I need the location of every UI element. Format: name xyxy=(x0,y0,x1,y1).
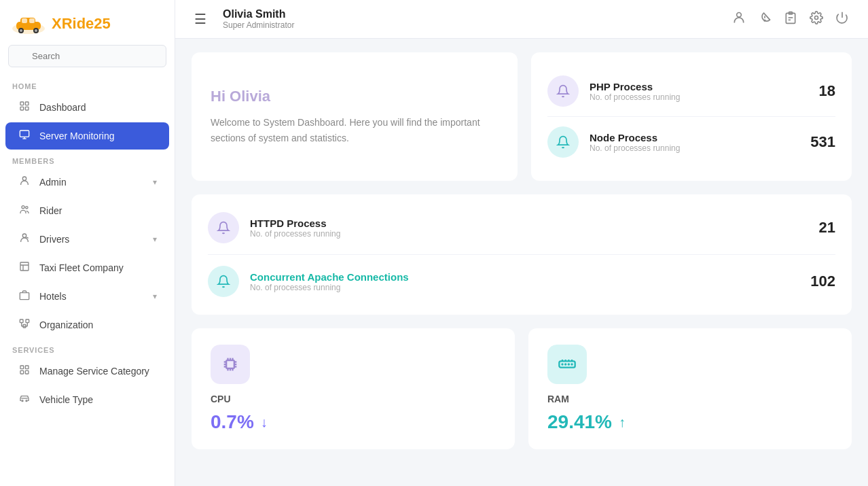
sidebar-item-rider[interactable]: Rider xyxy=(5,197,169,224)
ram-arrow-icon: ↑ xyxy=(619,415,626,430)
sidebar-item-label: Admin xyxy=(39,177,145,188)
org-icon xyxy=(18,318,31,332)
grid4-icon xyxy=(18,364,31,378)
search-container xyxy=(0,45,175,75)
sidebar-item-taxi-fleet[interactable]: Taxi Fleet Company xyxy=(5,254,169,281)
php-bell-icon xyxy=(547,75,579,107)
svg-rect-33 xyxy=(25,370,29,374)
svg-rect-45 xyxy=(226,360,234,368)
welcome-title: Hi Olivia xyxy=(211,88,499,105)
chip-icon xyxy=(221,355,240,374)
user-profile-icon[interactable] xyxy=(732,11,746,28)
sidebar-item-label: Taxi Fleet Company xyxy=(39,262,157,273)
chevron-down-icon: ▾ xyxy=(153,235,157,244)
sidebar-item-label: Drivers xyxy=(39,234,145,245)
svg-rect-23 xyxy=(20,293,29,300)
php-process-sub: No. of processes running xyxy=(590,92,808,102)
hamburger-icon[interactable]: ☰ xyxy=(194,11,206,27)
sidebar-item-dashboard[interactable]: Dashboard xyxy=(5,94,169,121)
cpu-icon-wrap xyxy=(211,345,250,384)
chevron-down-icon: ▾ xyxy=(153,292,157,301)
cpu-value: 0.7% xyxy=(211,411,254,433)
svg-rect-13 xyxy=(20,107,24,110)
sidebar-item-manage-service[interactable]: Manage Service Category xyxy=(5,358,169,385)
svg-point-19 xyxy=(22,206,24,209)
bottom-row: CPU 0.7% ↓ RAM 29.41% ↑ xyxy=(192,328,852,449)
apache-process-sub: No. of processes running xyxy=(250,283,799,292)
welcome-card: Hi Olivia Welcome to System Dashboard. H… xyxy=(192,52,518,181)
sidebar-item-label: Server Monitoring xyxy=(39,131,157,141)
car-icon xyxy=(18,393,31,406)
main-area: ☰ Olivia Smith Super Administrator xyxy=(175,0,868,486)
section-label-members: MEMBERS xyxy=(0,150,175,168)
group-icon xyxy=(18,204,31,218)
sidebar-item-hotels[interactable]: Hotels ▾ xyxy=(5,283,169,310)
httpd-process-row: HTTPD Process No. of processes running 2… xyxy=(208,201,835,255)
ram-label: RAM xyxy=(547,394,833,404)
section-label-services: SERVICES xyxy=(0,339,175,357)
apache-bell-icon xyxy=(208,266,239,297)
svg-point-36 xyxy=(737,12,742,17)
apache-process-row: Concurrent Apache Connections No. of pro… xyxy=(208,255,835,308)
php-process-info: PHP Process No. of processes running xyxy=(590,81,808,102)
svg-rect-24 xyxy=(20,319,23,323)
sidebar-item-drivers[interactable]: Drivers ▾ xyxy=(5,226,169,253)
svg-rect-30 xyxy=(20,366,24,369)
svg-rect-26 xyxy=(26,319,29,323)
monitor-icon xyxy=(18,129,31,143)
header: ☰ Olivia Smith Super Administrator xyxy=(175,0,868,39)
power-icon[interactable] xyxy=(835,11,849,28)
welcome-text: Welcome to System Dashboard. Here you wi… xyxy=(211,115,499,145)
cpu-metric-row: 0.7% ↓ xyxy=(211,411,496,433)
process-card: PHP Process No. of processes running 18 … xyxy=(531,52,852,181)
svg-point-43 xyxy=(815,16,818,19)
svg-point-35 xyxy=(26,400,27,402)
settings-icon[interactable] xyxy=(810,11,823,28)
user-name: Olivia Smith xyxy=(223,8,721,20)
node-process-sub: No. of processes running xyxy=(590,143,799,153)
sidebar-item-label: Dashboard xyxy=(39,102,157,113)
php-process-count: 18 xyxy=(819,82,835,100)
search-input[interactable] xyxy=(8,45,166,67)
top-row: Hi Olivia Welcome to System Dashboard. H… xyxy=(192,52,852,181)
php-process-name: PHP Process xyxy=(590,81,808,92)
section-label-home: HOME xyxy=(0,75,175,93)
cpu-label: CPU xyxy=(211,394,496,404)
ram-icon-wrap xyxy=(547,345,587,384)
svg-point-6 xyxy=(20,29,22,32)
drivers-icon xyxy=(18,232,31,246)
svg-rect-3 xyxy=(22,18,27,23)
sidebar-item-vehicle-type[interactable]: Vehicle Type xyxy=(5,386,169,413)
svg-rect-14 xyxy=(25,107,29,110)
process-item-node: Node Process No. of processes running 53… xyxy=(547,117,835,167)
clipboard-icon[interactable] xyxy=(784,11,797,28)
sidebar-item-organization[interactable]: Organization xyxy=(5,311,169,339)
process-item-php: PHP Process No. of processes running 18 xyxy=(547,66,835,117)
ram-value: 29.41% xyxy=(547,411,612,433)
httpd-process-count: 21 xyxy=(819,219,835,237)
sidebar-item-label: Vehicle Type xyxy=(39,394,157,405)
svg-point-34 xyxy=(22,400,23,402)
sidebar-item-label: Hotels xyxy=(39,291,145,302)
alert-icon[interactable] xyxy=(758,11,772,28)
cpu-card: CPU 0.7% ↓ xyxy=(192,328,515,449)
sidebar-item-label: Organization xyxy=(39,319,157,330)
svg-point-8 xyxy=(35,29,37,32)
sidebar-item-admin[interactable]: Admin ▾ xyxy=(5,169,169,196)
ram-metric-row: 29.41% ↑ xyxy=(547,411,833,433)
hotel-icon xyxy=(18,290,31,303)
svg-point-18 xyxy=(22,177,26,180)
httpd-process-sub: No. of processes running xyxy=(250,229,808,239)
grid-icon xyxy=(18,101,31,114)
node-process-count: 531 xyxy=(810,133,835,151)
sidebar: XRide25 HOME Dashboard Server Monitoring… xyxy=(0,0,175,486)
svg-point-21 xyxy=(22,234,26,237)
sidebar-item-label: Manage Service Category xyxy=(39,366,157,377)
header-icons xyxy=(732,11,849,28)
chevron-down-icon: ▾ xyxy=(153,177,157,187)
logo: XRide25 xyxy=(0,0,175,45)
sidebar-item-server-monitoring[interactable]: Server Monitoring xyxy=(5,122,169,150)
svg-rect-4 xyxy=(29,18,35,23)
httpd-process-name: HTTPD Process xyxy=(250,218,808,229)
svg-rect-11 xyxy=(20,102,24,105)
